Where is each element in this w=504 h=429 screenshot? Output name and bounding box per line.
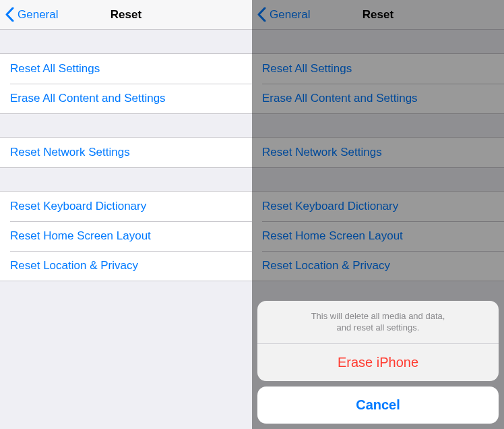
- nav-bar: General Reset: [0, 0, 252, 30]
- page-title: Reset: [111, 8, 141, 22]
- row-reset-location-privacy[interactable]: Reset Location & Privacy: [0, 251, 252, 281]
- group-spacer: [0, 30, 252, 53]
- row-erase-all-content[interactable]: Erase All Content and Settings: [0, 84, 252, 113]
- back-button[interactable]: General: [252, 0, 310, 29]
- row-reset-home-screen[interactable]: Reset Home Screen Layout: [0, 221, 252, 251]
- row-reset-all-settings[interactable]: Reset All Settings: [0, 54, 252, 84]
- row-reset-all-settings[interactable]: Reset All Settings: [252, 54, 504, 84]
- action-sheet: This will delete all media and data, and…: [257, 301, 499, 424]
- settings-group-3: Reset Keyboard Dictionary Reset Home Scr…: [252, 191, 504, 281]
- screen-reset-settings: General Reset Reset All Settings Erase A…: [0, 0, 252, 429]
- chevron-left-icon: [257, 7, 266, 22]
- group-spacer: [252, 168, 504, 191]
- action-sheet-cancel-block: Cancel: [257, 387, 499, 424]
- row-reset-keyboard[interactable]: Reset Keyboard Dictionary: [0, 192, 252, 221]
- back-label: General: [18, 8, 58, 22]
- back-button[interactable]: General: [0, 0, 58, 29]
- screen-reset-settings-confirm: General Reset Reset All Settings Erase A…: [252, 0, 504, 429]
- row-reset-location-privacy[interactable]: Reset Location & Privacy: [252, 251, 504, 281]
- message-line: and reset all settings.: [337, 322, 420, 333]
- action-sheet-main: This will delete all media and data, and…: [257, 301, 499, 381]
- back-label: General: [270, 8, 310, 22]
- message-line: This will delete all media and data,: [311, 311, 445, 321]
- cancel-button[interactable]: Cancel: [257, 387, 499, 424]
- action-sheet-message: This will delete all media and data, and…: [257, 301, 499, 343]
- group-spacer: [0, 168, 252, 191]
- settings-group-1: Reset All Settings Erase All Content and…: [252, 53, 504, 114]
- erase-iphone-button[interactable]: Erase iPhone: [257, 344, 499, 381]
- row-reset-home-screen[interactable]: Reset Home Screen Layout: [252, 221, 504, 251]
- row-reset-network[interactable]: Reset Network Settings: [252, 138, 504, 167]
- settings-group-1: Reset All Settings Erase All Content and…: [0, 53, 252, 114]
- settings-group-3: Reset Keyboard Dictionary Reset Home Scr…: [0, 191, 252, 281]
- group-spacer: [252, 30, 504, 53]
- nav-bar: General Reset: [252, 0, 504, 30]
- row-reset-network[interactable]: Reset Network Settings: [0, 138, 252, 167]
- page-title: Reset: [363, 8, 393, 22]
- settings-group-2: Reset Network Settings: [252, 137, 504, 168]
- chevron-left-icon: [5, 7, 14, 22]
- row-reset-keyboard[interactable]: Reset Keyboard Dictionary: [252, 192, 504, 221]
- group-spacer: [252, 114, 504, 137]
- group-spacer: [0, 114, 252, 137]
- row-erase-all-content[interactable]: Erase All Content and Settings: [252, 84, 504, 113]
- settings-group-2: Reset Network Settings: [0, 137, 252, 168]
